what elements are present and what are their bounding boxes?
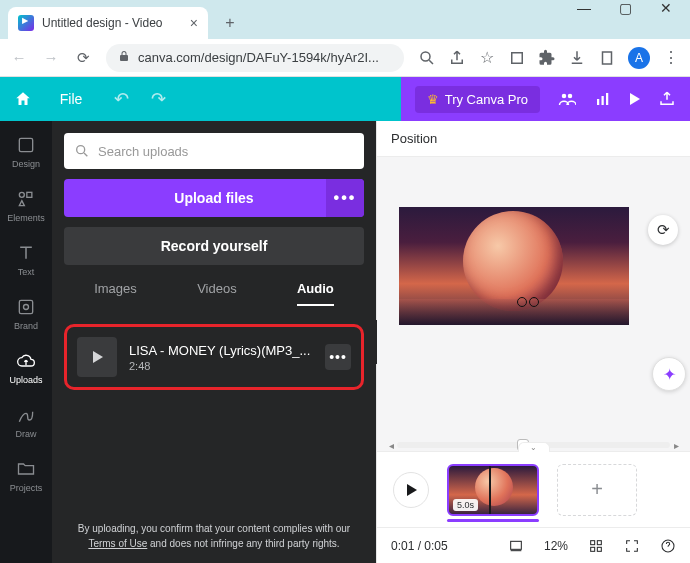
magic-button[interactable]: ✦ [652, 357, 686, 391]
svg-rect-21 [597, 547, 601, 551]
audio-more-button[interactable]: ••• [325, 344, 351, 370]
timeline-collapse-handle[interactable]: ⌄ [518, 442, 550, 452]
home-button[interactable] [0, 77, 46, 121]
upload-more-button[interactable]: ••• [326, 179, 364, 217]
address-bar[interactable]: canva.com/design/DAFuY-1594k/hyAr2I... [106, 44, 404, 72]
upload-files-button[interactable]: Upload files ••• [64, 179, 364, 217]
rail-projects[interactable]: Projects [10, 459, 43, 493]
svg-point-10 [19, 192, 24, 197]
search-icon [74, 143, 90, 159]
svg-point-0 [421, 52, 430, 61]
app-header: File ↶ ↷ ♛ Try Canva Pro [0, 77, 690, 121]
svg-rect-16 [511, 541, 522, 549]
svg-point-5 [568, 94, 573, 99]
window-maximize[interactable]: ▢ [619, 0, 632, 18]
fullscreen-icon[interactable] [624, 538, 640, 554]
search-input[interactable]: Search uploads [64, 133, 364, 169]
timeline-playhead[interactable] [489, 464, 491, 516]
download-icon[interactable] [568, 49, 586, 67]
try-canva-pro-button[interactable]: ♛ Try Canva Pro [415, 86, 540, 113]
tab-favicon-icon [18, 15, 34, 31]
rail-brand[interactable]: Brand [14, 297, 38, 331]
timeline-play-button[interactable] [393, 472, 429, 508]
svg-rect-19 [597, 540, 601, 544]
window-close[interactable]: ✕ [660, 0, 672, 18]
audio-play-button[interactable] [77, 337, 117, 377]
window-controls: — ▢ ✕ [577, 0, 690, 18]
record-yourself-button[interactable]: Record yourself [64, 227, 364, 265]
svg-line-1 [429, 60, 433, 64]
puzzle-icon[interactable] [538, 49, 556, 67]
header-mid: ↶ ↷ [96, 77, 401, 121]
svg-rect-7 [602, 96, 604, 105]
nav-forward-icon[interactable]: → [42, 49, 60, 67]
redo-icon[interactable]: ↷ [151, 88, 166, 110]
add-page-button[interactable]: + [557, 464, 637, 516]
url-text: canva.com/design/DAFuY-1594k/hyAr2I... [138, 50, 379, 65]
toolbar-icons: ☆ A ⋮ [418, 47, 680, 69]
rail-draw-label: Draw [15, 429, 36, 439]
svg-point-13 [24, 305, 29, 310]
upload-disclaimer: By uploading, you confirm that your cont… [64, 515, 364, 555]
undo-icon[interactable]: ↶ [114, 88, 129, 110]
clip-duration-badge: 5.0s [453, 499, 478, 511]
tab-videos[interactable]: Videos [197, 281, 237, 306]
rail-elements[interactable]: Elements [7, 189, 45, 223]
tab-images[interactable]: Images [94, 281, 137, 306]
clip-selection-underline [447, 519, 539, 522]
help-icon[interactable] [660, 538, 676, 554]
kebab-menu-icon[interactable]: ⋮ [662, 49, 680, 67]
canvas-viewport[interactable]: ⟳ ✦ ◂ ▸ [377, 157, 690, 451]
svg-rect-2 [512, 52, 523, 63]
audio-duration: 2:48 [129, 360, 313, 372]
nav-back-icon[interactable]: ← [10, 49, 28, 67]
scroll-right-icon[interactable]: ▸ [670, 440, 682, 451]
timeline-clip[interactable]: 5.0s [447, 464, 539, 516]
artwork-reflection [399, 299, 629, 325]
analytics-icon[interactable] [594, 90, 612, 108]
window-minimize[interactable]: — [577, 0, 591, 18]
grid-view-icon[interactable] [588, 538, 604, 554]
scroll-left-icon[interactable]: ◂ [385, 440, 397, 451]
main-row: Design Elements Text Brand Uploads Draw … [0, 121, 690, 563]
rail-text[interactable]: Text [16, 243, 36, 277]
tab-title: Untitled design - Video [42, 16, 163, 30]
nav-reload-icon[interactable]: ⟳ [74, 49, 92, 67]
browser-tab[interactable]: Untitled design - Video × [8, 7, 208, 39]
artwork-bicycle [517, 285, 539, 307]
profile-avatar[interactable]: A [628, 47, 650, 69]
canvas-page[interactable] [399, 207, 629, 325]
extensions-icon[interactable] [508, 49, 526, 67]
present-play-icon[interactable] [630, 93, 640, 105]
notes-icon[interactable] [508, 538, 524, 554]
rail-design[interactable]: Design [12, 135, 40, 169]
rail-projects-label: Projects [10, 483, 43, 493]
rail-uploads[interactable]: Uploads [9, 351, 42, 385]
collaborators-icon[interactable] [558, 90, 576, 108]
bottom-bar: 0:01 / 0:05 12% [377, 527, 690, 563]
position-button[interactable]: Position [391, 131, 437, 146]
rotate-page-button[interactable]: ⟳ [648, 215, 678, 245]
browser-toolbar: ← → ⟳ canva.com/design/DAFuY-1594k/hyAr2… [0, 39, 690, 77]
rail-text-label: Text [18, 267, 35, 277]
tab-audio[interactable]: Audio [297, 281, 334, 306]
file-menu[interactable]: File [46, 77, 96, 121]
tab-close-icon[interactable]: × [190, 15, 198, 31]
zoom-icon[interactable] [418, 49, 436, 67]
bookmark-star-icon[interactable]: ☆ [478, 49, 496, 67]
timeline-clip-wrap: 5.0s [447, 464, 539, 516]
svg-line-15 [84, 153, 87, 156]
rail-draw[interactable]: Draw [15, 405, 36, 439]
new-tab-button[interactable]: + [216, 9, 244, 37]
share-publish-icon[interactable] [658, 90, 676, 108]
artwork-moon [463, 211, 563, 311]
svg-rect-3 [603, 52, 612, 64]
svg-rect-11 [27, 192, 32, 197]
share-icon[interactable] [448, 49, 466, 67]
terms-of-use-link[interactable]: Terms of Use [88, 538, 147, 549]
audio-upload-item[interactable]: LISA - MONEY (Lyrics)(MP3_... 2:48 ••• [64, 324, 364, 390]
reader-icon[interactable] [598, 49, 616, 67]
zoom-level[interactable]: 12% [544, 539, 568, 553]
svg-rect-6 [597, 99, 599, 105]
rail-design-label: Design [12, 159, 40, 169]
